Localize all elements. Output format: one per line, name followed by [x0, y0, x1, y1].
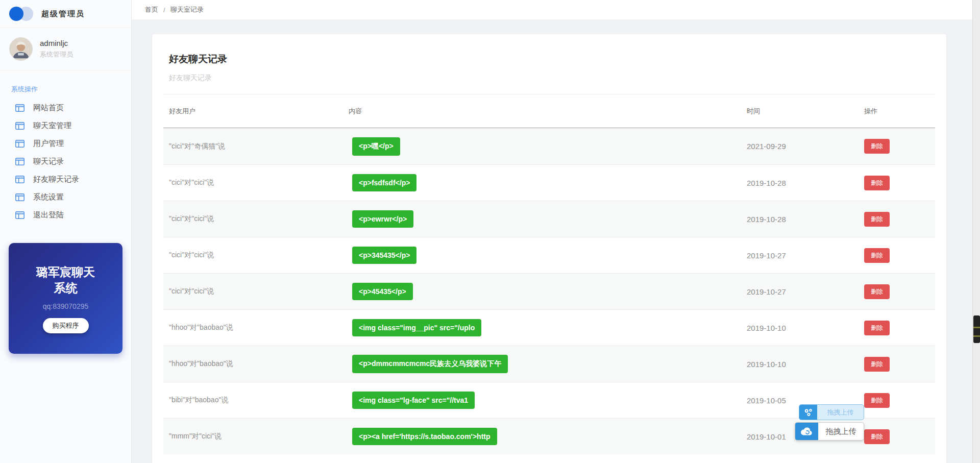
layout-icon — [15, 211, 24, 219]
table-row: "cici"对"cici"说 <p>345435</p> 2019-10-27 … — [163, 237, 935, 273]
delete-button[interactable]: 删除 — [864, 429, 890, 444]
row-friend-user: "mmm"对"cici"说 — [169, 432, 349, 441]
row-content-button[interactable]: <p>345435</p> — [352, 247, 416, 264]
row-friend-user: "bibi"对"baobao"说 — [169, 396, 349, 405]
menu-item-label: 网站首页 — [33, 103, 64, 113]
delete-button[interactable]: 删除 — [864, 321, 890, 335]
row-content-button[interactable]: <p>嘿</p> — [352, 137, 400, 156]
cloud-sync-icon — [795, 423, 818, 440]
delete-button[interactable]: 删除 — [864, 284, 890, 299]
drag-upload-widget-small[interactable]: 拖拽上传 — [799, 404, 864, 420]
sidebar-item-退出登陆[interactable]: 退出登陆 — [0, 206, 131, 224]
header-action: 操作 — [864, 107, 935, 116]
breadcrumb-current[interactable]: 聊天室记录 — [170, 5, 204, 14]
content-card: 好友聊天记录 好友聊天记录 好友用户 内容 时间 操作 "cici"对"奇偶猫"… — [152, 34, 946, 463]
header-friend-user: 好友用户 — [169, 107, 349, 116]
drag-upload-label-small: 拖拽上传 — [817, 405, 864, 420]
delete-button[interactable]: 删除 — [864, 248, 890, 263]
row-content-button[interactable]: <p><a href='https://s.taobao.com'>http — [352, 428, 497, 445]
promo-title-line1: 璐军宸聊天 — [14, 264, 117, 280]
user-role: 系统管理员 — [40, 50, 73, 59]
layout-icon — [15, 122, 24, 130]
menu-item-label: 退出登陆 — [33, 210, 64, 220]
row-time: 2019-10-10 — [747, 360, 864, 369]
records-table: 好友用户 内容 时间 操作 "cici"对"奇偶猫"说 <p>嘿</p> 202… — [163, 94, 935, 454]
cluster-icon — [799, 405, 817, 420]
menu-item-label: 系统设置 — [33, 192, 64, 202]
row-content-button[interactable]: <p>ewrwr</p> — [352, 210, 413, 228]
table-row: "cici"对"奇偶猫"说 <p>嘿</p> 2021-09-29 删除 — [163, 128, 935, 164]
layout-icon — [15, 158, 24, 165]
menu-item-label: 好友聊天记录 — [33, 175, 79, 184]
delete-button[interactable]: 删除 — [864, 393, 890, 408]
row-friend-user: "hhoo"对"baobao"说 — [169, 323, 349, 332]
delete-button[interactable]: 删除 — [864, 212, 890, 227]
row-time: 2019-10-28 — [747, 215, 864, 224]
row-content-button[interactable]: <p>dmmcmmcmcmc民族去义乌我婆说下午 — [352, 355, 508, 373]
row-friend-user: "cici"对"cici"说 — [169, 178, 349, 187]
delete-button[interactable]: 删除 — [864, 357, 890, 372]
layout-icon — [15, 193, 24, 201]
row-friend-user: "hhoo"对"baobao"说 — [169, 359, 349, 369]
row-friend-user: "cici"对"cici"说 — [169, 214, 349, 224]
promo-title-line2: 系统 — [14, 280, 117, 296]
row-time: 2019-10-27 — [747, 287, 864, 296]
user-name: adminljc — [40, 39, 73, 47]
main-area: 好友聊天记录 好友聊天记录 好友用户 内容 时间 操作 "cici"对"奇偶猫"… — [132, 19, 972, 463]
header-content: 内容 — [349, 107, 747, 116]
breadcrumb-separator: / — [163, 6, 165, 14]
drag-upload-label-large: 拖拽上传 — [818, 423, 864, 440]
sidebar: 超级管理员 adminljc 系统管理员 系统操作 — [0, 0, 132, 463]
row-time: 2021-09-29 — [747, 142, 864, 151]
sidebar-item-聊天记录[interactable]: 聊天记录 — [0, 153, 131, 170]
table-row: "cici"对"cici"说 <p>45435</p> 2019-10-27 删… — [163, 273, 935, 309]
sidebar-item-好友聊天记录[interactable]: 好友聊天记录 — [0, 170, 131, 188]
row-friend-user: "cici"对"cici"说 — [169, 287, 349, 296]
sidebar-item-用户管理[interactable]: 用户管理 — [0, 135, 131, 153]
row-content-button[interactable]: <img class="img__pic" src="/uplo — [352, 319, 481, 336]
page-title: 好友聊天记录 — [163, 34, 935, 66]
header-time: 时间 — [747, 107, 864, 116]
menu-item-label: 聊天室管理 — [33, 121, 71, 131]
page-subtitle: 好友聊天记录 — [163, 66, 935, 83]
row-time: 2019-10-05 — [747, 396, 864, 405]
sidebar-item-网站首页[interactable]: 网站首页 — [0, 99, 131, 117]
drag-upload-widget-large[interactable]: 拖拽上传 — [795, 422, 864, 441]
scrollbar-track[interactable] — [972, 0, 980, 463]
avatar — [9, 37, 33, 61]
row-friend-user: "cici"对"奇偶猫"说 — [169, 142, 349, 151]
layout-icon — [15, 140, 24, 148]
sidebar-menu: 网站首页 聊天室管理 用户管理 — [0, 99, 131, 224]
sidebar-item-聊天室管理[interactable]: 聊天室管理 — [0, 117, 131, 135]
row-time: 2019-10-10 — [747, 324, 864, 332]
logo-row: 超级管理员 — [0, 0, 131, 28]
user-panel: adminljc 系统管理员 — [0, 28, 131, 70]
table-row: "cici"对"cici"说 <p>fsdfsdf</p> 2019-10-28… — [163, 164, 935, 201]
table-row: "hhoo"对"baobao"说 <p>dmmcmmcmcmc民族去义乌我婆说下… — [163, 346, 935, 382]
topbar: 首页 / 聊天室记录 — [132, 0, 972, 19]
layout-icon — [15, 104, 24, 112]
menu-item-label: 聊天记录 — [33, 157, 64, 166]
menu-item-label: 用户管理 — [33, 139, 64, 149]
promo-card: 璐军宸聊天 系统 qq:839070295 购买程序 — [9, 243, 122, 354]
row-content-button[interactable]: <p>fsdfsdf</p> — [352, 174, 416, 191]
app-logo-icon — [9, 6, 34, 21]
delete-button[interactable]: 删除 — [864, 176, 890, 190]
row-friend-user: "cici"对"cici"说 — [169, 251, 349, 260]
sidebar-item-系统设置[interactable]: 系统设置 — [0, 188, 131, 206]
row-time: 2019-10-28 — [747, 179, 864, 187]
scrollbar-thumb[interactable] — [973, 315, 980, 343]
breadcrumb-home[interactable]: 首页 — [145, 5, 158, 14]
row-time: 2019-10-27 — [747, 251, 864, 260]
buy-program-button[interactable]: 购买程序 — [43, 318, 89, 333]
row-content-button[interactable]: <img class="lg-face" src="//tva1 — [352, 392, 475, 409]
table-header-row: 好友用户 内容 时间 操作 — [163, 94, 935, 128]
layout-icon — [15, 176, 24, 183]
table-row: "cici"对"cici"说 <p>ewrwr</p> 2019-10-28 删… — [163, 201, 935, 237]
delete-button[interactable]: 删除 — [864, 139, 890, 154]
brand-title: 超级管理员 — [41, 9, 85, 19]
row-content-button[interactable]: <p>45435</p> — [352, 283, 413, 300]
menu-section-label: 系统操作 — [11, 85, 131, 94]
table-row: "hhoo"对"baobao"说 <img class="img__pic" s… — [163, 309, 935, 346]
promo-qq: qq:839070295 — [14, 302, 117, 310]
